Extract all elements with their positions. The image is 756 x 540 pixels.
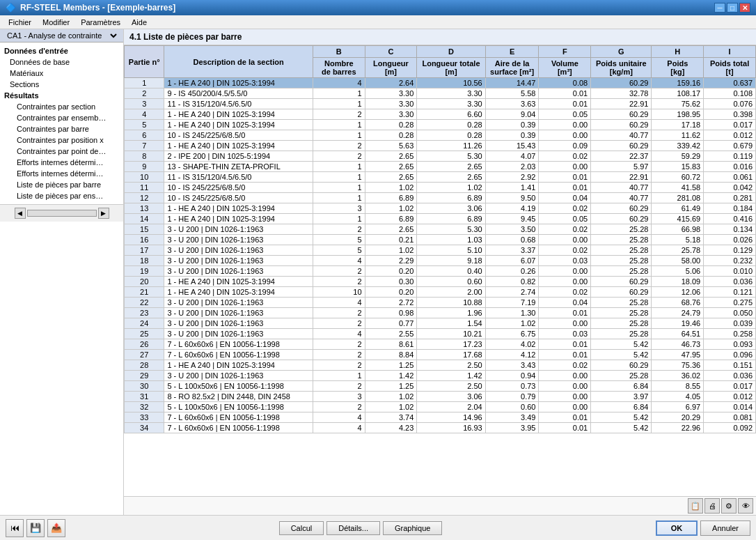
cell-volume: 0.01 [539,339,591,350]
table-row[interactable]: 6 10 - IS 245/225/6/8.5/0 1 0.28 0.28 0.… [125,130,756,141]
table-row[interactable]: 2 9 - IS 450/200/4.5/5.5/0 1 3.30 3.30 5… [125,88,756,99]
tree-item-efforts-int-2[interactable]: Efforts internes déterminants p... [0,168,123,179]
tree-item-contraintes-position[interactable]: Contraintes par position x [0,134,123,146]
cell-poids: 5.18 [652,235,704,245]
table-row[interactable]: 22 3 - U 200 | DIN 1026-1:1963 4 2.72 10… [125,298,756,308]
table-row[interactable]: 16 3 - U 200 | DIN 1026-1:1963 5 0.21 1.… [125,235,756,245]
table-row[interactable]: 9 13 - SHAPE-THIN ZETA-PROFIL 1 2.65 2.6… [125,162,756,172]
save-btn[interactable]: 💾 [26,519,45,537]
table-icon-1[interactable]: 📋 [688,498,703,514]
cell-poids-total: 0.016 [704,162,756,172]
cell-description: 3 - U 200 | DIN 1026-1:1963 [164,318,313,329]
table-container[interactable]: Partie n° Description de la section B C … [124,45,756,496]
tree-item-liste-pieces-barre[interactable]: Liste de pièces par barre [0,179,123,190]
cell-barres: 2 [313,339,365,350]
table-row[interactable]: 27 7 - L 60x60x6 | EN 10056-1:1998 2 8.8… [125,350,756,360]
table-row[interactable]: 30 5 - L 100x50x6 | EN 10056-1:1998 2 1.… [125,381,756,392]
table-row[interactable]: 3 11 - IS 315/120/4.5/6.5/0 1 3.30 3.30 … [125,99,756,109]
table-row[interactable]: 26 7 - L 60x60x6 | EN 10056-1:1998 2 8.6… [125,339,756,350]
table-row[interactable]: 18 3 - U 200 | DIN 1026-1:1963 4 2.29 9.… [125,256,756,266]
table-row[interactable]: 32 5 - L 100x50x6 | EN 10056-1:1998 2 1.… [125,402,756,412]
menu-aide[interactable]: Aide [126,17,152,28]
table-row[interactable]: 8 2 - IPE 200 | DIN 1025-5:1994 2 2.65 5… [125,151,756,162]
cell-volume: 0.02 [539,203,591,214]
cell-barres: 2 [313,109,365,120]
menu-parametres[interactable]: Paramètres [75,17,126,28]
tree-item-efforts-int-1[interactable]: Efforts internes déterminants p... [0,157,123,168]
table-row[interactable]: 34 7 - L 60x60x6 | EN 10056-1:1998 4 4.2… [125,423,756,433]
col-subheader-h: Poids[kg] [652,58,704,78]
calcul-button[interactable]: Calcul [279,521,324,535]
cell-longueur-totale: 2.65 [417,162,485,172]
scroll-left-btn[interactable]: ◀ [15,208,26,219]
close-btn[interactable]: ✕ [739,3,750,13]
table-row[interactable]: 23 3 - U 200 | DIN 1026-1:1963 2 0.98 1.… [125,308,756,318]
table-row[interactable]: 24 3 - U 200 | DIN 1026-1:1963 2 0.77 1.… [125,318,756,329]
table-row[interactable]: 21 1 - HE A 240 | DIN 1025-3:1994 10 0.2… [125,287,756,298]
table-row[interactable]: 15 3 - U 200 | DIN 1026-1:1963 2 2.65 5.… [125,224,756,235]
cell-poids: 68.76 [652,298,704,308]
left-panel-header[interactable]: CA1 - Analyse de contrainte [0,29,123,43]
table-row[interactable]: 25 3 - U 200 | DIN 1026-1:1963 4 2.55 10… [125,329,756,339]
cell-longueur: 0.77 [365,318,417,329]
table-row[interactable]: 31 8 - RO 82.5x2 | DIN 2448, DIN 2458 3 … [125,392,756,402]
scroll-right-btn[interactable]: ▶ [98,208,109,219]
cell-poids: 61.49 [652,203,704,214]
cas-dropdown[interactable]: CA1 - Analyse de contrainte [4,31,119,40]
cell-poids-unitaire: 25.28 [591,256,652,266]
export-btn[interactable]: 📤 [47,519,65,537]
table-row[interactable]: 19 3 - U 200 | DIN 1026-1:1963 2 0.20 0.… [125,266,756,277]
tree-item-materiaux[interactable]: Matériaux [0,68,123,79]
table-icon-3[interactable]: ⚙ [721,498,737,514]
ok-button[interactable]: OK [656,520,698,536]
table-row[interactable]: 28 1 - HE A 240 | DIN 1025-3:1994 2 1.25… [125,360,756,371]
tree-item-contraintes-point[interactable]: Contraintes par point de contr... [0,146,123,157]
cell-poids-unitaire: 5.42 [591,423,652,433]
cell-aire: 2.92 [485,172,539,183]
table-row[interactable]: 14 1 - HE A 240 | DIN 1025-3:1994 1 6.89… [125,214,756,224]
cell-barres: 1 [313,183,365,193]
annuler-button[interactable]: Annuler [700,520,750,536]
table-row[interactable]: 10 11 - IS 315/120/4.5/6.5/0 1 2.65 2.65… [125,172,756,183]
table-row[interactable]: 20 1 - HE A 240 | DIN 1025-3:1994 2 0.30… [125,277,756,287]
maximize-btn[interactable]: □ [727,3,738,13]
table-row[interactable]: 11 10 - IS 245/225/6/8.5/0 1 1.02 1.02 1… [125,183,756,193]
table-row[interactable]: 5 1 - HE A 240 | DIN 1025-3:1994 1 0.28 … [125,120,756,130]
graphique-button[interactable]: Graphique [383,521,442,535]
cell-longueur-totale: 10.56 [417,78,485,88]
tree-item-donnees-base[interactable]: Données de base [0,56,123,68]
cell-description: 1 - HE A 240 | DIN 1025-3:1994 [164,120,313,130]
cell-poids-total: 0.014 [704,402,756,412]
cell-poids-unitaire: 60.29 [591,120,652,130]
tree-item-contraintes-barre[interactable]: Contraintes par barre [0,123,123,134]
menu-modifier[interactable]: Modifier [37,17,75,28]
table-icon-4[interactable]: 👁 [738,498,753,514]
table-row[interactable]: 7 1 - HE A 240 | DIN 1025-3:1994 2 5.63 … [125,141,756,151]
table-row[interactable]: 29 3 - U 200 | DIN 1026-1:1963 1 1.42 1.… [125,371,756,381]
table-row[interactable]: 12 10 - IS 245/225/6/8.5/0 1 6.89 6.89 9… [125,193,756,203]
cell-poids-unitaire: 60.29 [591,78,652,88]
cell-volume: 0.01 [539,350,591,360]
table-row[interactable]: 13 1 - HE A 240 | DIN 1025-3:1994 3 1.02… [125,203,756,214]
tree-item-liste-pieces-ensemble[interactable]: Liste de pièces par ensemble de... [0,190,123,201]
cell-aire: 1.41 [485,183,539,193]
details-button[interactable]: Détails... [326,521,380,535]
cell-barres: 2 [313,224,365,235]
tree-item-contraintes-ensemble[interactable]: Contraintes par ensemble de b... [0,112,123,123]
cell-num: 5 [125,120,164,130]
minimize-btn[interactable]: ─ [714,3,725,13]
nav-start-btn[interactable]: ⏮ [6,519,24,537]
table-row[interactable]: 33 7 - L 60x60x6 | EN 10056-1:1998 4 3.7… [125,412,756,423]
cell-aire: 1.02 [485,318,539,329]
menu-fichier[interactable]: Fichier [3,17,37,28]
tree-item-contraintes-section[interactable]: Contraintes par section [0,101,123,112]
tree-item-sections[interactable]: Sections [0,79,123,90]
table-row[interactable]: 4 1 - HE A 240 | DIN 1025-3:1994 2 3.30 … [125,109,756,120]
cell-longueur: 3.74 [365,412,417,423]
col-subheader-e: Aire de lasurface [m²] [485,58,539,78]
cell-volume: 0.03 [539,256,591,266]
table-row[interactable]: 1 1 - HE A 240 | DIN 1025-3:1994 4 2.64 … [125,78,756,88]
cell-poids: 60.72 [652,172,704,183]
table-icon-2[interactable]: 🖨 [704,498,720,514]
table-row[interactable]: 17 3 - U 200 | DIN 1026-1:1963 5 1.02 5.… [125,245,756,256]
